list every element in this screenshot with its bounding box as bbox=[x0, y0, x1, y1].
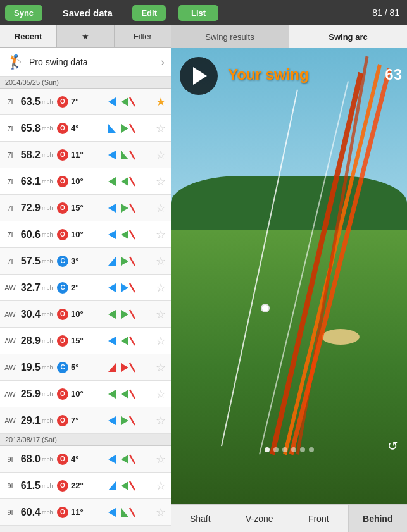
badge-blue: C bbox=[57, 362, 68, 373]
star-icon[interactable]: ☆ bbox=[154, 452, 167, 466]
swing-arrows bbox=[107, 415, 135, 426]
vzone-button[interactable]: V-zone bbox=[230, 505, 290, 532]
svg-marker-18 bbox=[108, 257, 116, 266]
star-icon[interactable]: ☆ bbox=[154, 414, 167, 428]
table-row[interactable]: 9I 61.5 mph O 22° ☆ bbox=[0, 473, 171, 499]
svg-marker-10 bbox=[121, 177, 128, 186]
shaft-button[interactable]: Shaft bbox=[171, 505, 230, 532]
star-icon[interactable]: ☆ bbox=[154, 175, 167, 189]
star-icon[interactable]: ☆ bbox=[154, 479, 167, 493]
play-button[interactable] bbox=[180, 57, 218, 95]
svg-marker-22 bbox=[121, 283, 128, 292]
play-triangle-icon bbox=[193, 67, 207, 85]
dot-1[interactable] bbox=[265, 447, 270, 452]
swing-arrows bbox=[107, 388, 135, 400]
svg-marker-30 bbox=[108, 363, 116, 372]
badge-red: O bbox=[57, 415, 68, 426]
badge-red: O bbox=[57, 123, 68, 134]
svg-line-32 bbox=[130, 363, 135, 372]
behind-button[interactable]: Behind bbox=[349, 505, 408, 532]
sub-tabs: Recent ★ Filter bbox=[0, 25, 171, 48]
swing-arrows bbox=[107, 123, 135, 134]
svg-line-11 bbox=[130, 177, 135, 186]
star-icon[interactable]: ☆ bbox=[154, 254, 167, 268]
top-bar: Sync Saved data Edit List 81 / 81 bbox=[0, 0, 407, 25]
swing-arrows bbox=[107, 202, 135, 214]
badge-red: O bbox=[57, 335, 68, 347]
svg-line-2 bbox=[130, 97, 135, 106]
table-row[interactable]: AW 30.4 mph O 10° ☆ bbox=[0, 301, 171, 328]
star-icon[interactable]: ☆ bbox=[154, 148, 167, 162]
replay-button[interactable]: ↺ bbox=[387, 438, 398, 454]
count-label: 81 / 81 bbox=[372, 8, 399, 18]
star-icon[interactable]: ☆ bbox=[154, 361, 167, 374]
star-icon-1[interactable]: ★ bbox=[154, 95, 167, 109]
badge-red: O bbox=[57, 480, 68, 492]
badge-red: O bbox=[57, 454, 68, 465]
svg-marker-12 bbox=[108, 204, 116, 213]
table-row[interactable]: AW 29.1 mph O 7° ☆ bbox=[0, 407, 171, 434]
star-icon[interactable]: ☆ bbox=[154, 307, 167, 321]
svg-marker-27 bbox=[108, 337, 116, 345]
swing-arrows bbox=[107, 229, 135, 240]
swing-arrows bbox=[107, 454, 135, 465]
svg-line-29 bbox=[130, 337, 135, 345]
svg-marker-9 bbox=[108, 177, 116, 186]
svg-marker-24 bbox=[108, 310, 116, 319]
dot-5[interactable] bbox=[300, 447, 305, 452]
tab-recent[interactable]: Recent bbox=[0, 25, 57, 47]
tab-filter[interactable]: Filter bbox=[115, 25, 171, 47]
table-row[interactable]: 7I 63.1 mph O 10° ☆ bbox=[0, 168, 171, 195]
list-button[interactable]: List bbox=[178, 5, 218, 21]
table-row[interactable]: 9I 60.4 mph O 11° ☆ bbox=[0, 499, 171, 526]
table-row[interactable]: AW 32.7 mph C 2° ☆ bbox=[0, 275, 171, 301]
pro-swing-row[interactable]: 🏌 Pro swing data › bbox=[0, 48, 171, 77]
sync-button[interactable]: Sync bbox=[5, 5, 42, 21]
star-icon[interactable]: ☆ bbox=[154, 228, 167, 242]
table-row[interactable]: 7I 63.5 mph O 7° ★ bbox=[0, 89, 171, 115]
golfer-icon: 🏌 bbox=[6, 53, 24, 71]
dot-3[interactable] bbox=[282, 447, 287, 452]
svg-line-17 bbox=[130, 230, 135, 239]
table-row[interactable]: AW 28.9 mph O 15° ☆ bbox=[0, 328, 171, 354]
table-row[interactable]: 7I 65.8 mph O 4° ☆ bbox=[0, 115, 171, 142]
table-row[interactable]: 7I 58.2 mph O 11° ☆ bbox=[0, 142, 171, 168]
table-row[interactable]: 7I 57.5 mph C 3° ☆ bbox=[0, 248, 171, 275]
svg-line-20 bbox=[130, 257, 135, 266]
edit-button[interactable]: Edit bbox=[132, 5, 166, 21]
right-panel: Swing results Swing arc Your swing 63 bbox=[171, 25, 407, 532]
table-row[interactable]: 7I 60.6 mph O 10° ☆ bbox=[0, 221, 171, 248]
table-row[interactable]: 9I 68.0 mph O 4° ☆ bbox=[0, 446, 171, 473]
chevron-right-icon: › bbox=[161, 56, 165, 69]
svg-line-35 bbox=[130, 390, 135, 399]
svg-marker-39 bbox=[108, 455, 116, 464]
svg-marker-25 bbox=[121, 310, 128, 319]
badge-red: O bbox=[57, 96, 68, 108]
svg-marker-7 bbox=[121, 151, 128, 159]
svg-marker-6 bbox=[108, 151, 116, 159]
star-icon[interactable]: ☆ bbox=[154, 281, 167, 295]
svg-marker-40 bbox=[121, 455, 128, 464]
dot-6[interactable] bbox=[309, 447, 314, 452]
table-row[interactable]: AW 25.9 mph O 10° ☆ bbox=[0, 381, 171, 407]
dot-4[interactable] bbox=[291, 447, 296, 452]
table-row[interactable]: AW 19.5 mph C 5° ☆ bbox=[0, 354, 171, 381]
tab-swing-arc[interactable]: Swing arc bbox=[289, 25, 407, 48]
swing-arrows bbox=[107, 309, 135, 320]
star-icon[interactable]: ☆ bbox=[154, 387, 167, 401]
star-icon[interactable]: ☆ bbox=[154, 334, 167, 348]
badge-blue: C bbox=[57, 256, 68, 267]
tab-favorites[interactable]: ★ bbox=[57, 25, 114, 47]
badge-red: O bbox=[57, 176, 68, 187]
tab-swing-results[interactable]: Swing results bbox=[171, 25, 289, 48]
table-row[interactable]: 7I 72.9 mph O 15° ☆ bbox=[0, 195, 171, 221]
swing-arrows bbox=[107, 176, 135, 187]
front-button[interactable]: Front bbox=[289, 505, 349, 532]
star-icon[interactable]: ☆ bbox=[154, 201, 167, 215]
swing-number: 63 bbox=[385, 66, 402, 84]
star-icon[interactable]: ☆ bbox=[154, 121, 167, 135]
svg-marker-37 bbox=[121, 416, 128, 425]
dot-2[interactable] bbox=[273, 447, 279, 452]
svg-marker-3 bbox=[108, 124, 116, 133]
star-icon[interactable]: ☆ bbox=[154, 505, 167, 519]
